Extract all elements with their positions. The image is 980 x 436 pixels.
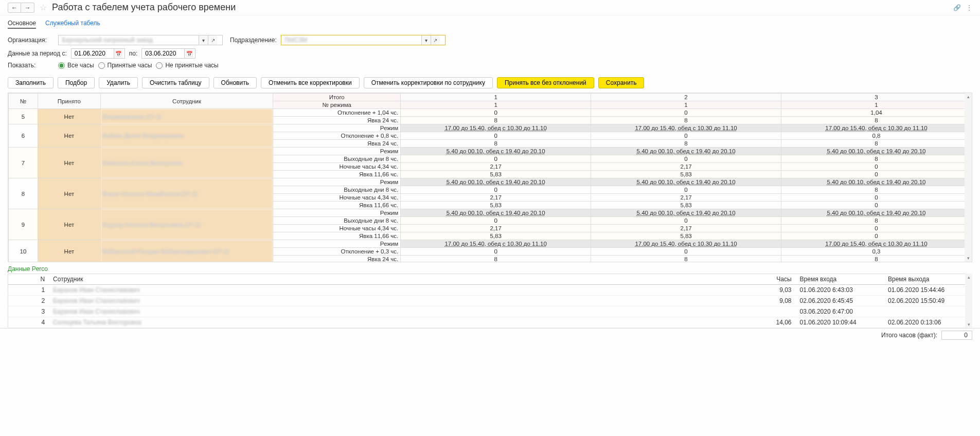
col-total: Итого	[273, 94, 401, 101]
tab-main[interactable]: Основное	[8, 19, 36, 29]
accept-all-button[interactable]: Принять все без отклонений	[497, 77, 594, 88]
back-button[interactable]: ←	[8, 3, 21, 13]
col-d3: 3	[781, 94, 972, 101]
table-scrollbar-vertical[interactable]: ▴▾	[965, 93, 972, 262]
col-num: №	[9, 94, 38, 109]
table-row: 9НетБоднар Наталья Валерьевна (27-1) Реж…	[9, 209, 972, 217]
period-to-calendar-icon[interactable]: 📅	[184, 49, 193, 58]
perco-scrollbar-vertical[interactable]: ▴▾	[965, 274, 972, 328]
radio-notaccepted[interactable]: Не принятые часы	[156, 62, 218, 69]
dept-dropdown-button[interactable]: ▾	[421, 35, 431, 45]
perco-col-in: Время входа	[796, 274, 884, 285]
timesheet-table[interactable]: № Принято Сотрудник Итого 1 2 3 № режима…	[8, 93, 972, 262]
delete-button[interactable]: Удалить	[99, 77, 138, 88]
col-d1: 1	[401, 94, 591, 101]
perco-row: 2Баранов Иван Станиславович9,0802.06.202…	[8, 296, 972, 306]
cancel-emp-button[interactable]: Отменить корректировки по сотруднику	[364, 77, 493, 88]
col-d2: 2	[591, 94, 781, 101]
org-dropdown-button[interactable]: ▾	[199, 35, 208, 45]
dept-open-button[interactable]: ↗	[431, 35, 440, 45]
table-row: 5НетВладимировна (27-1) Отклонение + 1,0…	[9, 109, 972, 117]
radio-accepted[interactable]: Принятые часы	[98, 62, 152, 69]
period-to-input[interactable]	[142, 49, 184, 58]
more-icon[interactable]: ⋮	[966, 4, 972, 11]
perco-col-n: N	[8, 274, 49, 285]
perco-title: Данные Perco	[0, 262, 980, 274]
footer-label: Итого часов (факт):	[881, 332, 937, 339]
period-to-label: по:	[129, 50, 138, 57]
col-emp: Сотрудник	[100, 94, 273, 109]
org-input[interactable]	[59, 35, 199, 45]
perco-row: 3Баранов Иван Станиславович03.06.2020 6:…	[8, 306, 972, 317]
dept-label: Подразделение:	[230, 37, 277, 44]
page-title: Работа с табелем учета рабочего времени	[52, 2, 236, 13]
fill-button[interactable]: Заполнить	[8, 77, 54, 88]
radio-all[interactable]: Все часы	[58, 62, 94, 69]
org-label: Организация:	[8, 37, 54, 44]
clear-button[interactable]: Очистить таблицу	[142, 77, 209, 88]
save-button[interactable]: Сохранить	[598, 77, 645, 88]
col-acc: Принято	[38, 94, 100, 109]
show-label: Показать:	[8, 62, 54, 69]
tab-service[interactable]: Служебный табель	[45, 19, 100, 29]
favorite-icon[interactable]: ☆	[40, 3, 47, 12]
perco-col-emp: Сотрудник	[49, 274, 736, 285]
table-row: 8НетБорзи Наталья Михайловна (27-1) Режи…	[9, 178, 972, 186]
col-mode: № режима	[273, 101, 401, 109]
perco-row: 1Баранов Иван Станиславович9,0301.06.202…	[8, 285, 972, 296]
perco-row: 4Солнцева Татьяна Викторовна14,0601.06.2…	[8, 317, 972, 328]
period-from-calendar-icon[interactable]: 📅	[114, 49, 123, 58]
period-from-input[interactable]	[72, 49, 114, 58]
org-open-button[interactable]: ↗	[208, 35, 217, 45]
table-row: 10НетБабмусский Русудан Бабмусхаджиевич …	[9, 240, 972, 248]
forward-button[interactable]: →	[21, 3, 34, 13]
cancel-all-button[interactable]: Отменить все корректировки	[261, 77, 360, 88]
link-icon[interactable]: 🔗	[953, 4, 961, 11]
perco-col-out: Время выхода	[884, 274, 972, 285]
perco-table[interactable]: N Сотрудник Часы Время входа Время выход…	[8, 274, 972, 328]
footer-value: 0	[941, 331, 972, 340]
table-row: 7НетБабинина Елена Викторовна Режим5.40 …	[9, 148, 972, 155]
table-row: 6НетБабкин Денис Владимирович Режим17.00…	[9, 124, 972, 132]
period-from-label: Данные за период с:	[8, 50, 67, 57]
perco-col-hours: Часы	[736, 274, 795, 285]
pick-button[interactable]: Подбор	[58, 77, 95, 88]
refresh-button[interactable]: Обновить	[213, 77, 257, 88]
dept-input[interactable]	[281, 35, 421, 45]
